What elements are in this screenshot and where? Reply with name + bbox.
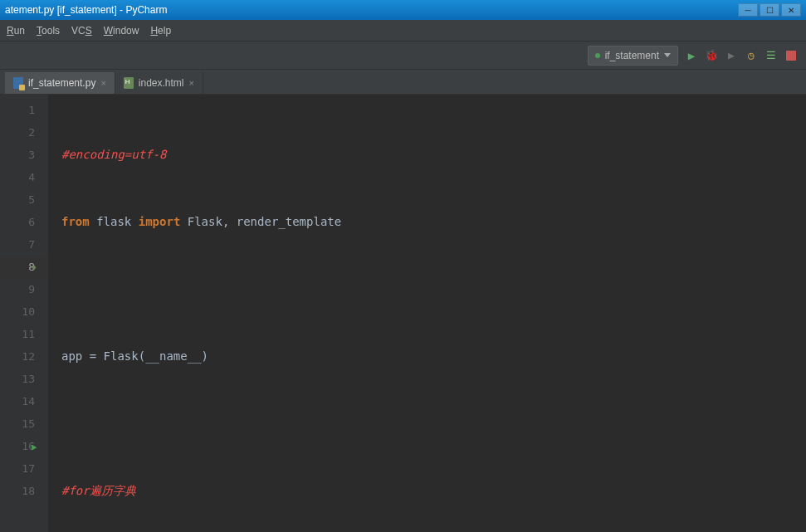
line-number[interactable]: 4	[0, 166, 48, 188]
line-number[interactable]: 9	[0, 278, 48, 300]
code-text: from	[61, 215, 90, 228]
line-number[interactable]: 12	[0, 345, 48, 368]
close-icon[interactable]: ×	[189, 78, 194, 88]
code-text: import	[139, 215, 181, 228]
run-gutter-icon[interactable]: ▶	[32, 435, 37, 457]
stop-icon	[786, 51, 796, 61]
code-text: __name__	[145, 349, 201, 363]
window-controls: ─ ☐ ✕	[738, 3, 801, 17]
line-number[interactable]: 10	[0, 300, 48, 323]
line-number[interactable]: 5	[0, 188, 48, 211]
menu-run[interactable]: Run	[7, 25, 25, 37]
tab-label: index.html	[139, 77, 184, 89]
gutter: 1 2 3 4 5 6 7 8♦ 9 10 11 12 13 14 15 16▶…	[0, 95, 48, 532]
html-file-icon	[124, 77, 134, 89]
line-number[interactable]: 11	[0, 323, 48, 345]
run-config-icon	[595, 53, 600, 58]
window-titlebar: atement.py [if_statement] - PyCharm ─ ☐ …	[0, 0, 806, 20]
line-number[interactable]: 1	[0, 99, 48, 121]
editor-tabs: if_statement.py × index.html ×	[0, 70, 806, 95]
code-text: )	[202, 349, 208, 363]
window-title: atement.py [if_statement] - PyCharm	[5, 4, 167, 16]
tab-if-statement-py[interactable]: if_statement.py ×	[5, 72, 115, 94]
line-number[interactable]: 8♦	[0, 256, 48, 278]
line-number[interactable]: 13	[0, 368, 48, 390]
line-number[interactable]: 18	[0, 480, 48, 502]
menu-window[interactable]: Window	[104, 25, 139, 37]
toolbar: if_statement ▶ 🐞 ▶ ◷ ☰	[0, 41, 806, 70]
tab-label: if_statement.py	[28, 77, 95, 89]
line-number[interactable]: 17	[0, 457, 48, 480]
line-number[interactable]: 16▶	[0, 435, 48, 457]
menu-help[interactable]: Help	[150, 25, 171, 37]
line-number[interactable]: 15	[0, 412, 48, 435]
line-number[interactable]: 2	[0, 121, 48, 144]
modified-icon: ♦	[32, 256, 37, 278]
close-button[interactable]: ✕	[781, 3, 801, 17]
code-text: #for遍历字典	[61, 484, 136, 497]
python-file-icon	[13, 77, 23, 89]
code-editor[interactable]: 1 2 3 4 5 6 7 8♦ 9 10 11 12 13 14 15 16▶…	[0, 95, 806, 532]
debug-button[interactable]: 🐞	[705, 49, 718, 62]
menu-tools[interactable]: Tools	[37, 25, 60, 37]
close-icon[interactable]: ×	[100, 78, 105, 88]
coverage-button[interactable]: ▶	[725, 49, 738, 62]
code-text: flask	[90, 215, 139, 228]
concurrency-button[interactable]: ☰	[764, 49, 778, 62]
stop-button[interactable]	[784, 49, 798, 62]
code-area[interactable]: #encoding=utf-8 from flask import Flask,…	[48, 95, 806, 532]
chevron-down-icon	[664, 53, 671, 57]
run-config-label: if_statement	[605, 50, 659, 61]
line-number[interactable]: 14	[0, 390, 48, 412]
run-button[interactable]: ▶	[685, 49, 698, 62]
line-number[interactable]: 7	[0, 233, 48, 256]
line-number[interactable]: 6	[0, 211, 48, 233]
profile-button[interactable]: ◷	[745, 49, 758, 62]
code-text: #encoding=utf-8	[61, 148, 166, 161]
tab-index-html[interactable]: index.html ×	[115, 72, 203, 94]
menu-vcs[interactable]: VCS	[71, 25, 92, 37]
maximize-button[interactable]: ☐	[760, 3, 779, 17]
menu-bar: Run Tools VCS Window Help	[0, 20, 806, 41]
code-text: app = Flask(	[61, 349, 145, 363]
minimize-button[interactable]: ─	[738, 3, 758, 17]
run-config-dropdown[interactable]: if_statement	[588, 46, 678, 66]
line-number[interactable]: 3	[0, 144, 48, 166]
code-text: Flask, render_template	[180, 215, 341, 228]
